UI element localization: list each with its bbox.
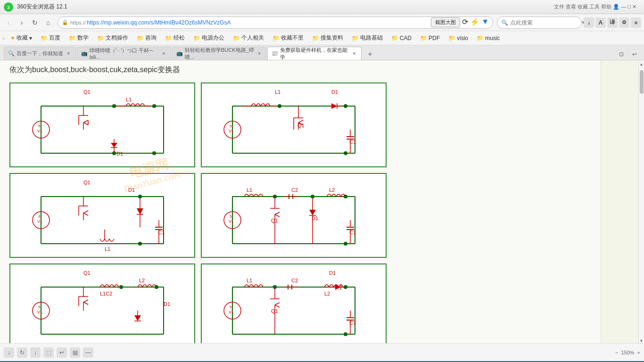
search-input[interactable] <box>510 19 581 26</box>
svg-text:V1: V1 <box>37 219 42 224</box>
translate-btn[interactable]: 译 <box>607 17 618 28</box>
lightning-icon[interactable]: ⚡ <box>470 17 479 27</box>
vertical-scrollbar[interactable]: ▲ ▼ <box>638 60 644 343</box>
scroll-thumb[interactable] <box>640 70 644 94</box>
search-bar[interactable]: 🔍 ▼ <box>497 16 582 29</box>
new-tab-button[interactable]: + <box>364 49 376 60</box>
circuit-grid: Q1 L1 5 V1 <box>9 82 387 343</box>
toolbar-right-buttons: ↓ A 译 ⚙ ≡ <box>584 17 641 28</box>
screenshot-btn[interactable]: 截图大图 <box>431 17 460 27</box>
refresh-icon[interactable]: ⟳ <box>462 17 468 27</box>
svg-text:5: 5 <box>38 305 41 309</box>
tab-close-btn[interactable]: × <box>65 50 72 57</box>
svg-text:L1C2: L1C2 <box>100 291 112 296</box>
folder-icon: 📁 <box>97 35 104 41</box>
folder-icon: 📁 <box>233 35 240 41</box>
tab-buck[interactable]: 📺 轻轻松松教你学BUCK电路_哔哩... × <box>172 47 266 60</box>
folder-icon: 📁 <box>137 35 144 41</box>
bookmark-visio[interactable]: 📁 visio <box>446 34 471 42</box>
bookmark-math[interactable]: 📁 数学 <box>66 33 91 43</box>
status-icon-1[interactable]: ↓ <box>4 347 14 358</box>
svg-point-23 <box>152 104 156 108</box>
circuit-boost: L1 D1 5 V1 <box>201 82 387 167</box>
bookmark-favorites-label: 收藏 <box>17 34 28 42</box>
tab-close-btn[interactable]: × <box>256 50 262 57</box>
svg-text:D1: D1 <box>164 301 170 307</box>
scroll-up-btn[interactable]: ▲ <box>640 62 644 66</box>
navigation-toolbar: ‹ › ↻ ⌂ 🔒 https:// https://mp.weixin.qq.… <box>0 14 644 31</box>
bookmark-easy[interactable]: 📁 经松 <box>162 33 188 43</box>
zeta-circuit-svg: Q1 5 V1 <box>14 268 190 343</box>
statusbar: ↓ ↻ ↓ ⬚ ↩ ▤ — − 150% + <box>0 343 644 361</box>
tab-active[interactable]: 📰 免费获取硬件样机，在家也能学 × <box>267 47 362 60</box>
extension-btn[interactable]: A <box>595 17 606 28</box>
back-button[interactable]: ‹ <box>3 17 14 28</box>
buckboost-circuit-svg: Q1 D1 5 V1 <box>14 178 190 253</box>
bookmark-cad[interactable]: 📁 CAD <box>388 34 414 42</box>
buck-circuit-svg: Q1 L1 5 V1 <box>14 87 190 163</box>
refresh-button[interactable]: ↻ <box>29 17 41 28</box>
svg-text:C2: C2 <box>291 278 298 283</box>
search-engine-icon: 🔍 <box>501 19 508 26</box>
bookmark-label: 个人相关 <box>241 34 264 42</box>
bookmark-docs[interactable]: 📁 文档操作 <box>94 33 131 43</box>
v1-label: 5 <box>38 124 41 128</box>
bookmark-search-collect[interactable]: 📁 搜集资料 <box>309 33 346 43</box>
menu-btn[interactable]: ≡ <box>631 17 641 28</box>
svg-text:5: 5 <box>230 305 232 309</box>
label-q1: Q1 <box>83 89 91 95</box>
status-icon-5[interactable]: ↩ <box>57 347 67 358</box>
search-trigger-icon[interactable]: ▼ <box>481 17 489 27</box>
label-l1: L1 <box>126 97 132 102</box>
bookmark-power-office[interactable]: 📁 电源办公 <box>190 33 227 43</box>
bookmark-music[interactable]: 📁 music <box>474 34 503 42</box>
svg-text:5: 5 <box>230 124 232 128</box>
bookmark-label: PDF <box>429 35 440 41</box>
status-icon-2[interactable]: ↻ <box>17 347 27 358</box>
bookmark-pdf[interactable]: 📁 PDF <box>417 34 443 42</box>
https-label: https:// <box>70 20 86 25</box>
folder-icon: 📁 <box>420 35 427 41</box>
chevron-icon: ▾ <box>29 35 32 41</box>
status-icon-7[interactable]: — <box>83 347 93 358</box>
sepic-circuit-svg: L1 C2 D1 5 V1 <box>206 268 382 343</box>
svg-point-138 <box>119 285 123 289</box>
bookmark-consult[interactable]: 📁 咨询 <box>134 33 159 43</box>
download-manager-btn[interactable]: ↓ <box>584 17 594 28</box>
zoom-out-btn[interactable]: − <box>615 350 618 355</box>
tab-close-btn[interactable]: × <box>161 50 167 57</box>
folder-icon: 📁 <box>352 35 359 41</box>
tab-favicon: 📰 <box>272 50 278 57</box>
bookmarks-bar: ‹ ★ 收藏 ▾ 📁 百度 📁 数学 📁 文档操作 📁 咨询 📁 经松 📁 电源… <box>0 31 644 45</box>
svg-point-113 <box>273 195 277 198</box>
star-icon: ★ <box>10 35 15 41</box>
ssl-lock-icon: 🔒 <box>62 19 68 25</box>
scroll-down-btn[interactable]: ▼ <box>640 339 644 343</box>
settings-btn[interactable]: ⚙ <box>619 17 629 28</box>
svg-line-102 <box>275 214 280 217</box>
status-icon-4[interactable]: ⬚ <box>43 347 54 358</box>
tab-undo-btn[interactable]: ↩ <box>629 49 640 60</box>
tab-list-btn[interactable]: ⊡ <box>616 49 627 60</box>
forward-button[interactable]: › <box>16 17 27 28</box>
bookmark-personal[interactable]: 📁 个人相关 <box>230 33 267 43</box>
home-button[interactable]: ⌂ <box>42 17 54 28</box>
bookmark-label: 电路基础 <box>360 34 383 42</box>
svg-point-24 <box>152 151 156 155</box>
bookmark-label: visio <box>457 35 468 41</box>
bookmarks-nav-left[interactable]: ‹ <box>3 35 5 41</box>
bookmark-circuits[interactable]: 📁 电路基础 <box>349 33 386 43</box>
bookmark-notfav[interactable]: 📁 收藏不里 <box>270 33 306 43</box>
zoom-in-btn[interactable]: + <box>637 350 640 355</box>
tab-baidu[interactable]: 🔍 百度一下，你就知道 × <box>4 47 76 60</box>
svg-line-11 <box>83 120 88 123</box>
bookmark-favorites[interactable]: ★ 收藏 ▾ <box>8 33 35 43</box>
tab-bilibili[interactable]: 📺 哔哩哔哩（' · '）つ口 干杯~-bili... × <box>77 47 171 60</box>
status-icon-6[interactable]: ▤ <box>70 347 80 358</box>
circuit-zeta: Q1 5 V1 <box>9 263 195 343</box>
status-icon-3[interactable]: ↓ <box>30 347 41 358</box>
address-bar[interactable]: 🔒 https:// https://mp.weixin.qq.com/s/Mt… <box>58 16 493 29</box>
tab-close-btn[interactable]: × <box>351 50 357 57</box>
bookmark-baidu[interactable]: 📁 百度 <box>38 33 63 43</box>
svg-text:Q1: Q1 <box>83 180 91 185</box>
